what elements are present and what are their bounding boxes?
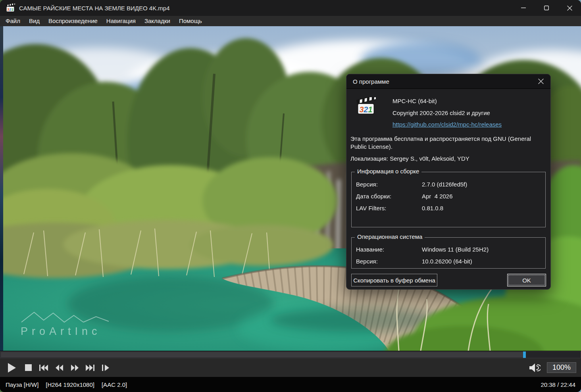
rewind-button[interactable] xyxy=(53,361,65,375)
os-info-legend: Операционная система xyxy=(355,233,425,240)
app-name: MPC-HC (64-bit) xyxy=(392,98,437,104)
volume-button[interactable] xyxy=(527,361,542,375)
os-info-groupbox: Операционная система Название: Windows 1… xyxy=(351,237,546,269)
build-info-row: Версия: 2.7.0 (d126fed5f) xyxy=(356,181,541,189)
titlebar: 321 САМЫЕ РАЙСКИЕ МЕСТА НА ЗЕМЛЕ ВИДЕО 4… xyxy=(0,0,581,16)
row-label: Название: xyxy=(356,246,422,254)
minimize-icon xyxy=(521,8,526,8)
build-info-groupbox: Информация о сборке Версия: 2.7.0 (d126f… xyxy=(351,172,546,227)
menubar: Файл Вид Воспроизведение Навигация Закла… xyxy=(0,16,581,26)
seek-played xyxy=(1,352,525,357)
row-value: 0.81.0.8 xyxy=(422,205,443,213)
frame-step-icon xyxy=(101,365,110,371)
mpc-hc-logo-icon: 321 xyxy=(6,4,15,12)
skip-back-icon xyxy=(39,365,48,371)
os-info-row: Версия: 10.0.26200 (64-bit) xyxy=(356,258,541,266)
seek-bar[interactable] xyxy=(0,351,581,358)
localization-text: Локализация: Sergey S., v0lt, Aleksoid, … xyxy=(350,155,469,162)
window-title: САМЫЕ РАЙСКИЕ МЕСТА НА ЗЕМЛЕ ВИДЕО 4K.mp… xyxy=(19,5,170,12)
row-label: Дата сборки: xyxy=(356,193,422,201)
watermark-mountains-icon xyxy=(21,309,116,323)
menu-item-file[interactable]: Файл xyxy=(1,16,25,26)
menu-item-navigation[interactable]: Навигация xyxy=(102,16,140,26)
maximize-icon xyxy=(544,6,549,10)
audio-codec-info: [AAC 2.0] xyxy=(102,381,127,388)
maximize-button[interactable] xyxy=(535,0,558,16)
menu-item-help[interactable]: Помощь xyxy=(175,16,206,26)
playback-state: Пауза [H/W] xyxy=(6,381,38,388)
close-button[interactable] xyxy=(558,0,581,16)
mpc-hc-logo-icon: 321 xyxy=(356,97,376,115)
ok-button[interactable]: OK xyxy=(507,274,546,286)
volume-level: 100% xyxy=(547,362,576,373)
watermark-text: ProArtInc xyxy=(21,325,116,338)
speaker-icon xyxy=(529,363,541,373)
skip-back-button[interactable] xyxy=(37,361,50,375)
row-value: Windows 11 (Build 25H2) xyxy=(422,246,489,254)
row-value: 2.7.0 (d126fed5f) xyxy=(422,181,467,189)
stop-icon xyxy=(25,364,32,371)
skip-forward-icon xyxy=(86,365,94,371)
rewind-icon xyxy=(55,365,63,371)
play-icon xyxy=(7,363,17,373)
transport-bar: 100% xyxy=(0,358,581,377)
row-label: LAV Filters: xyxy=(356,205,422,213)
copyright-text: Copyright 2002-2026 clsid2 и другие xyxy=(392,110,490,116)
row-value: Apr 4 2026 xyxy=(422,193,453,201)
video-left-edge xyxy=(0,26,3,351)
play-button[interactable] xyxy=(5,361,19,375)
fast-forward-button[interactable] xyxy=(68,361,81,375)
row-label: Версия: xyxy=(356,181,422,189)
build-info-legend: Информация о сборке xyxy=(355,168,421,175)
menu-item-bookmarks[interactable]: Закладки xyxy=(140,16,175,26)
row-value: 10.0.26200 (64-bit) xyxy=(422,258,472,266)
build-info-row: Дата сборки: Apr 4 2026 xyxy=(356,193,541,201)
os-info-row: Название: Windows 11 (Build 25H2) xyxy=(356,246,541,254)
copy-to-clipboard-button[interactable]: Скопировать в буфер обмена xyxy=(351,274,437,286)
skip-forward-button[interactable] xyxy=(84,361,96,375)
close-icon xyxy=(567,6,572,11)
minimize-button[interactable] xyxy=(512,0,535,16)
menu-item-playback[interactable]: Воспроизведение xyxy=(44,16,102,26)
about-dialog: О программе 321 MPC-HC (64-bit) Copyrigh… xyxy=(346,74,551,290)
watermark: ProArtInc xyxy=(21,309,116,338)
time-display: 20:38 / 22:44 xyxy=(541,381,575,388)
about-dialog-titlebar: О программе xyxy=(346,74,550,89)
stop-button[interactable] xyxy=(22,361,35,375)
license-text: Эта программа бесплатна и распространяет… xyxy=(350,135,550,151)
svg-text:321: 321 xyxy=(359,105,372,114)
close-icon xyxy=(538,79,544,84)
build-info-row: LAV Filters: 0.81.0.8 xyxy=(356,205,541,213)
frame-step-button[interactable] xyxy=(99,361,112,375)
seek-thumb[interactable] xyxy=(523,352,526,358)
svg-text:321: 321 xyxy=(7,7,13,12)
status-bar: Пауза [H/W] [H264 1920x1080] [AAC 2.0] 2… xyxy=(0,377,581,392)
menu-item-view[interactable]: Вид xyxy=(25,16,44,26)
releases-link[interactable]: https://github.com/clsid2/mpc-hc/release… xyxy=(392,121,502,128)
row-label: Версия: xyxy=(356,258,422,266)
video-codec-info: [H264 1920x1080] xyxy=(46,381,94,388)
about-dialog-title: О программе xyxy=(353,78,389,85)
about-close-button[interactable] xyxy=(531,74,550,89)
fast-forward-icon xyxy=(71,365,79,371)
